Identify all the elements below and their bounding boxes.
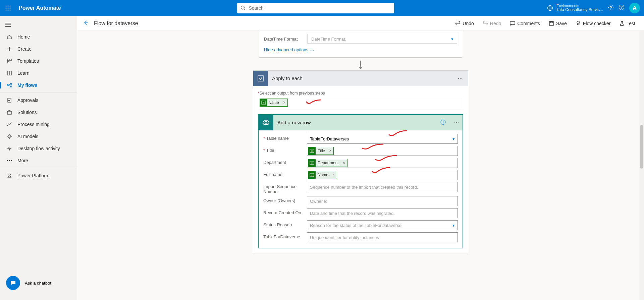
sidebar-item-more[interactable]: More bbox=[0, 155, 77, 167]
remove-token-icon[interactable]: × bbox=[330, 173, 337, 177]
save-button[interactable]: Save bbox=[546, 21, 570, 26]
full-name-label: Full name bbox=[263, 170, 307, 177]
plus-icon bbox=[6, 46, 13, 52]
status-reason-select[interactable]: Reason for the status of the TableForDat… bbox=[307, 220, 458, 230]
process-mining-icon bbox=[6, 122, 13, 127]
sidebar-item-solutions[interactable]: Solutions bbox=[0, 106, 77, 118]
test-button[interactable]: Test bbox=[616, 21, 638, 26]
sidebar-item-my-flows[interactable]: My flows bbox=[0, 79, 77, 91]
dataverse-icon bbox=[259, 115, 273, 130]
apply-to-each-more[interactable]: ··· bbox=[452, 75, 468, 82]
svg-text:x: x bbox=[263, 101, 264, 104]
svg-line-31 bbox=[8, 85, 10, 86]
svg-point-8 bbox=[10, 10, 11, 11]
help-icon[interactable]: ? bbox=[619, 4, 625, 12]
sidebar-item-templates[interactable]: Templates bbox=[0, 55, 77, 67]
title-label: * Title bbox=[263, 146, 307, 153]
tablefordataverse-input[interactable]: Unique identifier for entity instances bbox=[307, 232, 458, 242]
svg-rect-24 bbox=[7, 61, 9, 63]
hide-advanced-options-link[interactable]: Hide advanced options ︿ bbox=[264, 47, 457, 53]
menu-toggle-icon[interactable] bbox=[0, 19, 77, 31]
env-label: Environments bbox=[556, 4, 603, 8]
owner-label: Owner (Owners) bbox=[263, 196, 307, 203]
title-token[interactable]: xTitle× bbox=[308, 147, 334, 155]
editor-toolbar: Flow for dataverse Undo Redo Comments Sa… bbox=[77, 16, 644, 31]
solutions-icon bbox=[6, 110, 13, 115]
comments-button[interactable]: Comments bbox=[507, 21, 543, 26]
flow-checker-button[interactable]: Flow checker bbox=[573, 21, 613, 26]
select-output-input[interactable]: x value × bbox=[258, 97, 463, 108]
svg-point-40 bbox=[9, 160, 10, 161]
title-input[interactable]: xTitle× bbox=[307, 146, 458, 156]
department-token[interactable]: xDepartment× bbox=[308, 159, 347, 167]
settings-icon[interactable] bbox=[608, 4, 614, 12]
help-tip-icon[interactable]: ⓘ bbox=[440, 119, 450, 126]
env-value: Tata Consultancy Servic... bbox=[556, 8, 603, 12]
value-token[interactable]: x value × bbox=[260, 99, 288, 107]
undo-button[interactable]: Undo bbox=[452, 21, 476, 26]
svg-point-29 bbox=[10, 86, 12, 87]
excel-icon: x bbox=[260, 99, 267, 106]
import-sequence-input[interactable]: Sequence number of the import that creat… bbox=[307, 182, 458, 192]
svg-rect-33 bbox=[7, 111, 11, 114]
avatar[interactable]: A bbox=[629, 3, 640, 13]
search-box[interactable] bbox=[237, 3, 394, 13]
search-input[interactable] bbox=[249, 5, 391, 11]
flows-icon bbox=[6, 82, 13, 88]
excel-icon: x bbox=[308, 147, 316, 155]
sidebar-item-create[interactable]: Create bbox=[0, 43, 77, 55]
back-button[interactable] bbox=[83, 20, 89, 27]
datetime-format-label: DateTime Format bbox=[264, 37, 308, 42]
svg-rect-45 bbox=[550, 21, 552, 23]
top-bar: Power Automate Environments Tata Consult… bbox=[0, 0, 644, 16]
apply-to-each-icon bbox=[253, 71, 268, 86]
status-reason-label: Status Reason bbox=[263, 220, 307, 227]
record-created-on-input[interactable]: Date and time that the record was migrat… bbox=[307, 208, 458, 218]
scrollbar[interactable] bbox=[639, 31, 644, 300]
remove-token-icon[interactable]: × bbox=[327, 148, 333, 153]
templates-icon bbox=[6, 58, 13, 64]
add-new-row-more[interactable]: ··· bbox=[450, 119, 463, 126]
svg-point-6 bbox=[6, 10, 7, 11]
environment-picker[interactable]: Environments Tata Consultancy Servic... bbox=[547, 4, 603, 12]
department-input[interactable]: xDepartment× bbox=[307, 158, 458, 168]
chevron-down-icon: ▾ bbox=[452, 223, 455, 228]
approvals-icon bbox=[6, 98, 13, 103]
apply-to-each-title: Apply to each bbox=[268, 75, 452, 81]
full-name-input[interactable]: xName× bbox=[307, 170, 458, 180]
select-output-label: *Select an output from previous steps bbox=[258, 91, 463, 96]
sidebar-item-home[interactable]: Home bbox=[0, 31, 77, 43]
owner-input[interactable]: Owner Id bbox=[307, 196, 458, 206]
sidebar-item-learn[interactable]: Learn bbox=[0, 67, 77, 79]
sidebar-item-approvals[interactable]: Approvals bbox=[0, 94, 77, 106]
canvas[interactable]: DateTime Format DateTime Format. ▾ Hide … bbox=[77, 31, 644, 300]
svg-rect-47 bbox=[258, 76, 263, 81]
sidebar-item-power-platform[interactable]: Power Platform bbox=[0, 170, 77, 182]
apply-to-each-card[interactable]: Apply to each ··· *Select an output from… bbox=[253, 70, 468, 253]
sidebar-item-desktop-flow-activity[interactable]: Desktop flow activity bbox=[0, 142, 77, 155]
chatbot-icon bbox=[6, 276, 20, 290]
remove-token-icon[interactable]: × bbox=[341, 161, 347, 165]
sidebar-item-process-mining[interactable]: Process mining bbox=[0, 118, 77, 130]
add-new-row-card[interactable]: Add a new row ⓘ ··· * Table name TableFo… bbox=[258, 114, 463, 248]
sidebar-item-ai-models[interactable]: AI models bbox=[0, 130, 77, 142]
chevron-up-icon: ︿ bbox=[310, 47, 315, 53]
svg-point-1 bbox=[8, 6, 9, 7]
svg-rect-44 bbox=[549, 21, 553, 25]
datetime-format-select[interactable]: DateTime Format. ▾ bbox=[308, 34, 457, 44]
app-name: Power Automate bbox=[16, 5, 61, 11]
svg-point-2 bbox=[10, 6, 11, 7]
redo-button[interactable]: Redo bbox=[480, 21, 504, 26]
remove-token-icon[interactable]: × bbox=[281, 100, 287, 105]
previous-action-card[interactable]: DateTime Format DateTime Format. ▾ Hide … bbox=[259, 31, 462, 58]
table-name-select[interactable]: TableForDataverses▾ bbox=[307, 134, 458, 144]
svg-point-28 bbox=[10, 83, 12, 84]
name-token[interactable]: xName× bbox=[308, 171, 337, 179]
waffle-icon[interactable] bbox=[0, 5, 16, 11]
svg-text:x: x bbox=[311, 162, 313, 165]
chatbot-button[interactable]: Ask a chatbot bbox=[0, 276, 77, 300]
svg-text:x: x bbox=[311, 174, 313, 177]
svg-line-30 bbox=[8, 84, 10, 85]
home-icon bbox=[6, 34, 13, 40]
record-created-on-label: Record Created On bbox=[263, 208, 307, 215]
